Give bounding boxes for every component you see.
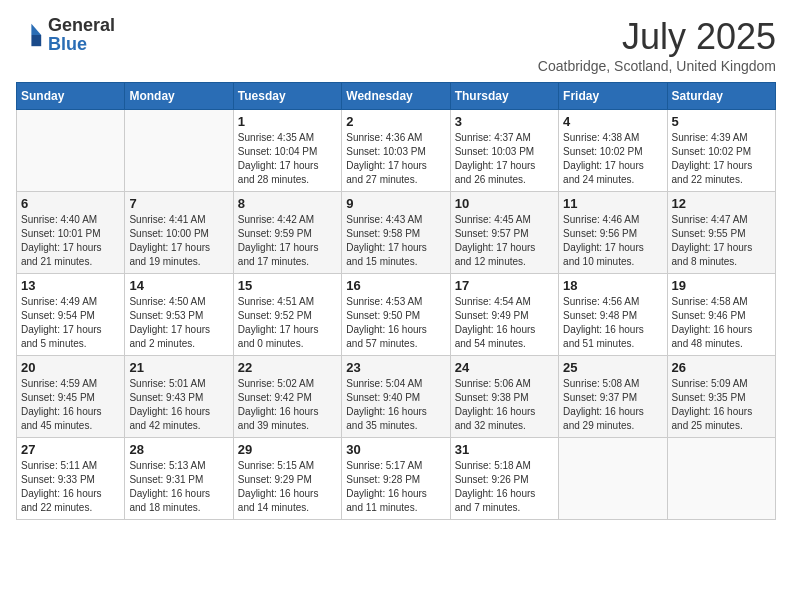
day-info: Sunrise: 4:37 AM Sunset: 10:03 PM Daylig… [455,131,554,187]
day-info: Sunrise: 5:08 AM Sunset: 9:37 PM Dayligh… [563,377,662,433]
calendar-cell: 20Sunrise: 4:59 AM Sunset: 9:45 PM Dayli… [17,356,125,438]
day-info: Sunrise: 5:01 AM Sunset: 9:43 PM Dayligh… [129,377,228,433]
day-info: Sunrise: 4:41 AM Sunset: 10:00 PM Daylig… [129,213,228,269]
logo-text: General Blue [48,16,115,53]
day-number: 17 [455,278,554,293]
calendar-cell: 21Sunrise: 5:01 AM Sunset: 9:43 PM Dayli… [125,356,233,438]
header-saturday: Saturday [667,83,775,110]
calendar-cell: 18Sunrise: 4:56 AM Sunset: 9:48 PM Dayli… [559,274,667,356]
calendar-cell: 23Sunrise: 5:04 AM Sunset: 9:40 PM Dayli… [342,356,450,438]
calendar-cell [667,438,775,520]
calendar-body: 1Sunrise: 4:35 AM Sunset: 10:04 PM Dayli… [17,110,776,520]
day-number: 8 [238,196,337,211]
day-info: Sunrise: 4:46 AM Sunset: 9:56 PM Dayligh… [563,213,662,269]
day-number: 11 [563,196,662,211]
calendar-cell: 29Sunrise: 5:15 AM Sunset: 9:29 PM Dayli… [233,438,341,520]
day-info: Sunrise: 4:39 AM Sunset: 10:02 PM Daylig… [672,131,771,187]
calendar-cell: 31Sunrise: 5:18 AM Sunset: 9:26 PM Dayli… [450,438,558,520]
header-friday: Friday [559,83,667,110]
day-number: 14 [129,278,228,293]
calendar-cell [17,110,125,192]
day-number: 24 [455,360,554,375]
logo-blue: Blue [48,34,87,54]
calendar-cell: 14Sunrise: 4:50 AM Sunset: 9:53 PM Dayli… [125,274,233,356]
calendar-cell: 3Sunrise: 4:37 AM Sunset: 10:03 PM Dayli… [450,110,558,192]
calendar-cell: 10Sunrise: 4:45 AM Sunset: 9:57 PM Dayli… [450,192,558,274]
day-number: 22 [238,360,337,375]
day-number: 23 [346,360,445,375]
calendar-cell: 5Sunrise: 4:39 AM Sunset: 10:02 PM Dayli… [667,110,775,192]
day-number: 7 [129,196,228,211]
calendar-cell: 1Sunrise: 4:35 AM Sunset: 10:04 PM Dayli… [233,110,341,192]
day-number: 31 [455,442,554,457]
week-row-4: 20Sunrise: 4:59 AM Sunset: 9:45 PM Dayli… [17,356,776,438]
day-info: Sunrise: 4:51 AM Sunset: 9:52 PM Dayligh… [238,295,337,351]
calendar-cell: 17Sunrise: 4:54 AM Sunset: 9:49 PM Dayli… [450,274,558,356]
day-number: 13 [21,278,120,293]
day-info: Sunrise: 5:15 AM Sunset: 9:29 PM Dayligh… [238,459,337,515]
day-info: Sunrise: 5:02 AM Sunset: 9:42 PM Dayligh… [238,377,337,433]
day-number: 18 [563,278,662,293]
day-info: Sunrise: 4:36 AM Sunset: 10:03 PM Daylig… [346,131,445,187]
day-info: Sunrise: 4:42 AM Sunset: 9:59 PM Dayligh… [238,213,337,269]
day-info: Sunrise: 4:54 AM Sunset: 9:49 PM Dayligh… [455,295,554,351]
header-tuesday: Tuesday [233,83,341,110]
day-number: 6 [21,196,120,211]
day-number: 21 [129,360,228,375]
logo: General Blue [16,16,115,53]
calendar-cell: 12Sunrise: 4:47 AM Sunset: 9:55 PM Dayli… [667,192,775,274]
header-thursday: Thursday [450,83,558,110]
calendar-cell: 8Sunrise: 4:42 AM Sunset: 9:59 PM Daylig… [233,192,341,274]
day-info: Sunrise: 5:09 AM Sunset: 9:35 PM Dayligh… [672,377,771,433]
day-info: Sunrise: 4:45 AM Sunset: 9:57 PM Dayligh… [455,213,554,269]
week-row-5: 27Sunrise: 5:11 AM Sunset: 9:33 PM Dayli… [17,438,776,520]
header-sunday: Sunday [17,83,125,110]
day-info: Sunrise: 4:59 AM Sunset: 9:45 PM Dayligh… [21,377,120,433]
day-number: 1 [238,114,337,129]
calendar-cell: 9Sunrise: 4:43 AM Sunset: 9:58 PM Daylig… [342,192,450,274]
day-number: 25 [563,360,662,375]
day-info: Sunrise: 4:56 AM Sunset: 9:48 PM Dayligh… [563,295,662,351]
calendar-cell: 11Sunrise: 4:46 AM Sunset: 9:56 PM Dayli… [559,192,667,274]
calendar-cell: 19Sunrise: 4:58 AM Sunset: 9:46 PM Dayli… [667,274,775,356]
header-monday: Monday [125,83,233,110]
day-number: 2 [346,114,445,129]
day-info: Sunrise: 5:04 AM Sunset: 9:40 PM Dayligh… [346,377,445,433]
day-number: 12 [672,196,771,211]
day-info: Sunrise: 4:49 AM Sunset: 9:54 PM Dayligh… [21,295,120,351]
month-year-title: July 2025 [538,16,776,58]
calendar-cell: 30Sunrise: 5:17 AM Sunset: 9:28 PM Dayli… [342,438,450,520]
day-number: 9 [346,196,445,211]
day-number: 29 [238,442,337,457]
day-info: Sunrise: 4:47 AM Sunset: 9:55 PM Dayligh… [672,213,771,269]
day-info: Sunrise: 5:13 AM Sunset: 9:31 PM Dayligh… [129,459,228,515]
day-number: 19 [672,278,771,293]
calendar-cell: 13Sunrise: 4:49 AM Sunset: 9:54 PM Dayli… [17,274,125,356]
week-row-3: 13Sunrise: 4:49 AM Sunset: 9:54 PM Dayli… [17,274,776,356]
header-wednesday: Wednesday [342,83,450,110]
week-row-2: 6Sunrise: 4:40 AM Sunset: 10:01 PM Dayli… [17,192,776,274]
day-number: 16 [346,278,445,293]
day-number: 10 [455,196,554,211]
day-number: 4 [563,114,662,129]
day-info: Sunrise: 5:17 AM Sunset: 9:28 PM Dayligh… [346,459,445,515]
calendar-cell: 16Sunrise: 4:53 AM Sunset: 9:50 PM Dayli… [342,274,450,356]
logo-icon [16,21,44,49]
day-info: Sunrise: 4:43 AM Sunset: 9:58 PM Dayligh… [346,213,445,269]
calendar-header: SundayMondayTuesdayWednesdayThursdayFrid… [17,83,776,110]
day-number: 5 [672,114,771,129]
day-info: Sunrise: 4:40 AM Sunset: 10:01 PM Daylig… [21,213,120,269]
week-row-1: 1Sunrise: 4:35 AM Sunset: 10:04 PM Dayli… [17,110,776,192]
logo-general: General [48,15,115,35]
calendar-cell: 26Sunrise: 5:09 AM Sunset: 9:35 PM Dayli… [667,356,775,438]
calendar-cell: 6Sunrise: 4:40 AM Sunset: 10:01 PM Dayli… [17,192,125,274]
calendar-cell: 24Sunrise: 5:06 AM Sunset: 9:38 PM Dayli… [450,356,558,438]
day-info: Sunrise: 5:06 AM Sunset: 9:38 PM Dayligh… [455,377,554,433]
day-number: 30 [346,442,445,457]
day-number: 20 [21,360,120,375]
header-row: SundayMondayTuesdayWednesdayThursdayFrid… [17,83,776,110]
calendar-cell: 25Sunrise: 5:08 AM Sunset: 9:37 PM Dayli… [559,356,667,438]
day-number: 27 [21,442,120,457]
day-info: Sunrise: 4:53 AM Sunset: 9:50 PM Dayligh… [346,295,445,351]
calendar-cell: 28Sunrise: 5:13 AM Sunset: 9:31 PM Dayli… [125,438,233,520]
